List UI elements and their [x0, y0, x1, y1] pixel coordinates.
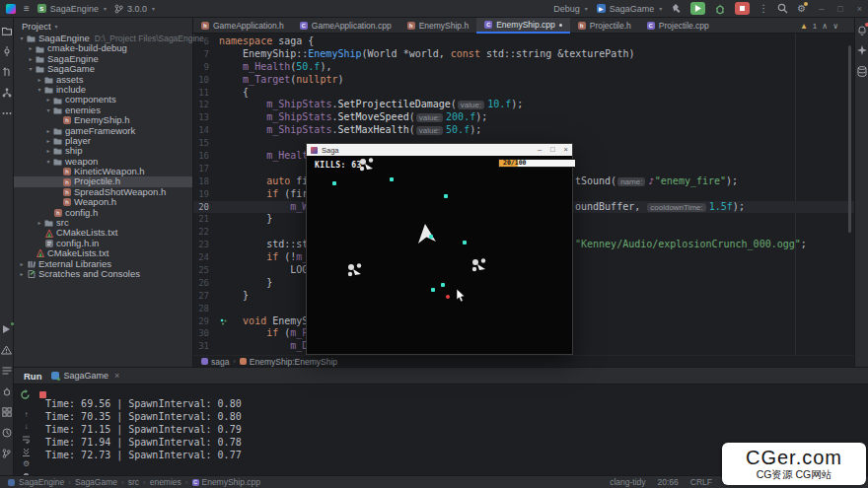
game-window[interactable]: Saga – □ × KILLS: 63 20/100	[306, 143, 573, 355]
build-hammer-icon[interactable]	[671, 3, 682, 14]
tree-chevron-icon[interactable]: ▸	[18, 269, 26, 279]
tree-item-sagaengine[interactable]: ▸SagaEngine	[14, 54, 192, 64]
next-problem-icon[interactable]: ∨	[832, 22, 838, 31]
tab-projectile-h[interactable]: hProjectile.h	[570, 18, 639, 34]
console-settings-icon[interactable]: ⚙	[23, 460, 30, 468]
breadcrumb-enemyship-enemyship[interactable]: EnemyShip:EnemyShip	[240, 357, 337, 367]
game-title-bar[interactable]: Saga – □ ×	[307, 144, 572, 156]
tree-item-config-h[interactable]: hconfig.h	[14, 208, 192, 218]
tab-enemyship-cpp[interactable]: CEnemyShip.cpp	[476, 18, 570, 34]
status-clang-tidy[interactable]: clang-tidy	[610, 477, 645, 487]
ai-assistant-icon[interactable]	[856, 44, 868, 56]
tree-item-assets[interactable]: ▸assets	[14, 75, 192, 85]
main-menu-icon[interactable]: ≡	[24, 4, 30, 14]
project-panel-header[interactable]: Project ▾	[14, 18, 192, 34]
pull-requests-tool-icon[interactable]	[1, 66, 13, 78]
tab-projectile-cpp[interactable]: CProjectile.cpp	[639, 18, 717, 34]
problems-tool-icon[interactable]	[1, 344, 13, 356]
tree-chevron-icon[interactable]: ▾	[44, 157, 52, 167]
tree-item-ship[interactable]: ▸ship	[14, 146, 192, 156]
game-minimize-button[interactable]: –	[538, 146, 542, 154]
more-tool-icon[interactable]	[1, 107, 13, 119]
run-button[interactable]	[690, 2, 705, 15]
tab-enemyship-h[interactable]: hEnemyShip.h	[399, 18, 477, 34]
status-crumb-sagagame[interactable]: SagaGame	[75, 477, 117, 487]
tree-chevron-icon[interactable]: ▸	[44, 95, 52, 105]
project-tool-icon[interactable]	[1, 25, 13, 36]
more-actions-icon[interactable]: ⋮	[759, 3, 768, 14]
tree-chevron-icon[interactable]: ▸	[44, 126, 52, 136]
tree-chevron-icon[interactable]: ▸	[44, 136, 52, 146]
tree-chevron-icon[interactable]: ▸	[36, 218, 43, 228]
breadcrumb-saga[interactable]: saga	[201, 357, 229, 367]
tree-item-player[interactable]: ▸player	[14, 136, 192, 146]
database-icon[interactable]	[856, 65, 868, 77]
tree-chevron-icon[interactable]: ▸	[44, 146, 52, 156]
tab-gameapplication-h[interactable]: hGameApplication.h	[193, 18, 292, 34]
tree-chevron-icon[interactable]: ▾	[27, 64, 35, 74]
tree-item-scratches-and-consoles[interactable]: ▸Scratches and Consoles	[14, 269, 192, 279]
commit-tool-icon[interactable]	[1, 45, 13, 57]
rerun-button[interactable]	[20, 389, 31, 400]
window-maximize-button[interactable]: □	[837, 4, 842, 14]
project-selector[interactable]: S SagaEngine ▾	[37, 4, 107, 14]
tree-chevron-icon[interactable]: ▸	[27, 54, 35, 64]
game-maximize-button[interactable]: □	[550, 146, 555, 154]
soft-wrap-icon[interactable]	[22, 435, 31, 444]
todo-tool-icon[interactable]	[1, 365, 13, 377]
tree-chevron-icon[interactable]: ▾	[44, 105, 52, 115]
status-crumb-enemies[interactable]: enemies	[150, 477, 181, 487]
run-config-selector[interactable]: ▶ SagaGame ▾	[597, 4, 663, 14]
code-line-11[interactable]: 11 {	[193, 87, 854, 100]
up-stack-trace-icon[interactable]: ↑	[25, 411, 29, 419]
close-icon[interactable]: ×	[114, 371, 119, 381]
run-tab-sagagame[interactable]: SagaGame ×	[51, 371, 119, 381]
game-close-button[interactable]: ×	[564, 146, 568, 154]
tab-gameapplication-cpp[interactable]: CGameApplication.cpp	[292, 18, 399, 34]
tree-item-sagagame[interactable]: ▾SagaGame	[14, 64, 192, 74]
stop-button[interactable]	[735, 2, 750, 15]
code-line-6[interactable]: 6namespace saga {	[193, 35, 854, 48]
prev-problem-icon[interactable]: ∧	[822, 22, 828, 31]
tree-item-cmakelists-txt[interactable]: CMakeLists.txt	[14, 228, 192, 238]
status-20-66[interactable]: 20:66	[658, 477, 679, 487]
debug-button[interactable]	[714, 3, 726, 15]
status-crumb-enemyship-cpp[interactable]: CEnemyShip.cpp	[192, 477, 261, 487]
run-tool-icon[interactable]	[1, 323, 13, 335]
window-minimize-button[interactable]: –	[819, 4, 824, 14]
code-line-12[interactable]: 12 m_ShipStats.SetProjectileDamage(value…	[193, 99, 854, 111]
tree-item-cmake-build-debug[interactable]: ▸cmake-build-debug	[14, 43, 192, 53]
editor-scrollbar[interactable]	[848, 45, 851, 233]
services-tool-icon[interactable]	[1, 406, 13, 418]
tree-item-gameframework[interactable]: ▸gameFramework	[14, 126, 192, 136]
history-tool-icon[interactable]	[1, 427, 13, 439]
code-line-9[interactable]: 9 m_Health(50.f),	[193, 61, 854, 74]
code-line-13[interactable]: 13 m_ShipStats.SetMoveSpeed(value:200.f)…	[193, 111, 854, 124]
status-crlf[interactable]: CRLF	[690, 477, 712, 487]
tree-chevron-icon[interactable]: ▸	[27, 43, 35, 53]
tree-item-components[interactable]: ▸components	[14, 95, 192, 105]
tree-chevron-icon[interactable]: ▾	[36, 85, 43, 95]
tree-chevron-icon[interactable]: ▸	[18, 259, 26, 269]
code-line-10[interactable]: 10 m_Target(nullptr)	[193, 74, 854, 87]
tree-item-weapon-h[interactable]: hWeapon.h	[14, 197, 192, 207]
tree-chevron-icon[interactable]: ▾	[18, 34, 26, 43]
gutter-generated-icon[interactable]	[220, 318, 227, 325]
settings-button[interactable]: ⚙	[797, 4, 806, 14]
tree-chevron-icon[interactable]: ▸	[36, 75, 43, 85]
window-close-button[interactable]: ×	[857, 4, 862, 14]
git-tool-icon[interactable]	[1, 448, 13, 459]
inspections-widget[interactable]: ▲ 1 ∧ ∨	[800, 22, 838, 31]
status-crumb-sagaengine[interactable]: SagaEngine	[19, 477, 64, 487]
search-icon[interactable]	[777, 3, 788, 14]
build-type-selector[interactable]: Debug ▾	[553, 4, 588, 14]
vcs-branch-selector[interactable]: 3.0.0 ▾	[114, 4, 155, 14]
code-line-14[interactable]: 14 m_ShipStats.SetMaxHealth(value:50.f);	[193, 124, 854, 137]
code-line-7[interactable]: 7 EnemyShip::EnemyShip(World *world, con…	[193, 48, 854, 61]
debug-tool-icon[interactable]	[1, 385, 13, 397]
down-stack-trace-icon[interactable]: ↓	[25, 423, 29, 431]
tree-item-enemyship-h[interactable]: hEnemyShip.h	[14, 115, 192, 125]
structure-tool-icon[interactable]	[1, 87, 13, 99]
notifications-icon[interactable]	[856, 24, 868, 35]
status-crumb-src[interactable]: src	[128, 477, 139, 487]
